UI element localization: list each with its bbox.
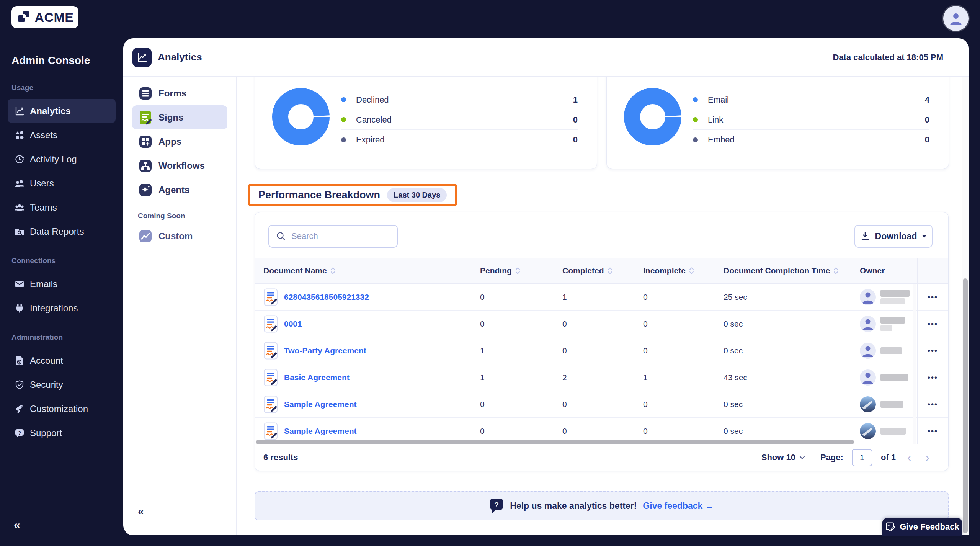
column-header-incomplete[interactable]: Incomplete (643, 266, 724, 275)
owner-avatar (860, 289, 876, 305)
legend-value: 0 (925, 135, 929, 145)
completion-time-value: 0 sec (724, 427, 860, 436)
sidebar-item-teams[interactable]: Teams (8, 195, 116, 219)
document-name-link[interactable]: Two-Party Agreement (284, 346, 366, 355)
table-footer: 6 results Show 10 Page: of 1 ‹ › (255, 444, 948, 471)
photo-icon (860, 396, 876, 412)
table-scroll-gutter (913, 284, 916, 445)
incomplete-value: 0 (643, 400, 724, 409)
legend-row: Link 0 (693, 110, 929, 130)
sidebar-item-account[interactable]: $ Account (8, 348, 116, 373)
donut-chart-status (272, 88, 330, 145)
give-feedback-button[interactable]: Give Feedback (882, 518, 962, 536)
coming-soon-label: Coming Soon (138, 212, 227, 220)
column-header-completion-time[interactable]: Document Completion Time (724, 266, 860, 275)
pending-value: 0 (480, 427, 562, 436)
page-of-label: of 1 (881, 453, 896, 463)
feedback-banner: ? Help us make analytics better! Give fe… (255, 491, 949, 520)
sidebar-item-security[interactable]: Security (8, 373, 116, 397)
performance-table-card: Download Document Name Pending (255, 212, 949, 471)
sidebar-item-data-reports[interactable]: Data Reports (8, 219, 116, 244)
document-name-link[interactable]: Sample Agreement (284, 400, 356, 409)
sidebar-item-emails[interactable]: Emails (8, 272, 116, 296)
owner-avatar (860, 369, 876, 386)
legend-dot-link (693, 117, 698, 122)
download-icon (860, 231, 870, 241)
subnav-item-signs[interactable]: Signs (132, 105, 227, 129)
sidebar-item-activity-log[interactable]: Activity Log (8, 147, 116, 171)
user-avatar[interactable] (943, 6, 969, 31)
search-input[interactable] (291, 231, 379, 241)
table-row: 6280435618505921332 0 1 0 25 sec (255, 284, 948, 311)
sidebar-item-integrations[interactable]: Integrations (8, 296, 116, 320)
sidebar-section-connections: Connections (11, 257, 116, 265)
subnav-item-workflows[interactable]: Workflows (132, 154, 227, 178)
question-bubble-icon: ? (489, 498, 504, 514)
legend-row: Email 4 (693, 90, 929, 110)
topbar: ACME (0, 0, 980, 38)
legend-row: Declined 1 (341, 90, 578, 110)
subnav-item-label: Workflows (158, 160, 205, 171)
vertical-scrollbar[interactable] (963, 278, 968, 533)
sidebar-item-label: Activity Log (30, 154, 77, 165)
document-name-link[interactable]: Sample Agreement (284, 427, 356, 436)
person-icon (860, 369, 876, 386)
subnav-item-apps[interactable]: Apps (132, 129, 227, 154)
page-input[interactable] (852, 449, 872, 466)
previous-page-button[interactable]: ‹ (904, 452, 914, 463)
sidebar-item-support[interactable]: ? Support (8, 421, 116, 445)
table-row: Two-Party Agreement 1 0 0 0 sec (255, 337, 948, 364)
give-feedback-link[interactable]: Give feedback → (643, 501, 714, 511)
completed-value: 1 (562, 293, 643, 302)
envelope-icon (15, 279, 24, 289)
owner-avatar-photo (860, 396, 876, 412)
data-calculated-status: Data calculated at 18:05 PM (833, 52, 943, 62)
legend-row: Embed 0 (693, 130, 929, 150)
column-header-completed[interactable]: Completed (562, 266, 643, 275)
subnav-item-forms[interactable]: Forms (132, 81, 227, 105)
sidebar-item-customization[interactable]: Customization (8, 397, 116, 421)
row-actions-button[interactable]: ••• (928, 320, 938, 329)
completed-value: 0 (562, 346, 643, 355)
next-page-button[interactable]: › (923, 452, 933, 463)
column-header-document-name[interactable]: Document Name (263, 266, 480, 275)
show-per-page-select[interactable]: Show 10 (761, 453, 805, 463)
legend-dot-expired (341, 137, 346, 142)
shield-check-icon (15, 380, 24, 390)
completion-time-value: 0 sec (724, 319, 860, 329)
row-actions-button[interactable]: ••• (928, 373, 938, 382)
page-label: Page: (820, 453, 843, 463)
svg-text:?: ? (494, 501, 499, 509)
column-header-pending[interactable]: Pending (480, 266, 562, 275)
sidebar-item-users[interactable]: Users (8, 171, 116, 195)
panel-header: Analytics Data calculated at 18:05 PM (123, 38, 969, 77)
document-name-link[interactable]: 6280435618505921332 (284, 293, 369, 302)
document-name-link[interactable]: 0001 (284, 319, 302, 329)
document-name-link[interactable]: Basic Agreement (284, 373, 350, 382)
legend-label: Declined (356, 95, 389, 105)
sidebar-item-analytics[interactable]: Analytics (8, 99, 116, 123)
row-actions-button[interactable]: ••• (928, 347, 938, 355)
completion-time-value: 43 sec (724, 373, 860, 382)
subnav-collapse-button[interactable]: « (138, 505, 144, 518)
owner-name-redacted (880, 401, 903, 408)
table-row: Basic Agreement 1 2 1 43 sec (255, 364, 948, 391)
legend-value: 4 (925, 95, 929, 105)
row-actions-button[interactable]: ••• (928, 400, 938, 409)
subnav-item-agents[interactable]: Agents (132, 178, 227, 202)
sign-document-icon (263, 422, 279, 440)
sort-icon (833, 267, 838, 274)
subnav-item-custom[interactable]: Custom (132, 224, 227, 248)
row-actions-button[interactable]: ••• (928, 293, 938, 302)
owner-avatar (860, 343, 876, 359)
download-label: Download (875, 231, 917, 242)
acme-logo[interactable]: ACME (11, 6, 78, 28)
row-actions-button[interactable]: ••• (928, 427, 938, 436)
signs-icon (138, 110, 153, 125)
sidebar-collapse-button[interactable]: « (14, 519, 20, 531)
legend-dot-canceled (341, 117, 346, 122)
sidebar-item-assets[interactable]: Assets (8, 123, 116, 147)
main-panel: Analytics Data calculated at 18:05 PM Fo… (123, 38, 969, 535)
download-button[interactable]: Download (854, 225, 933, 248)
owner-avatar (860, 316, 876, 332)
